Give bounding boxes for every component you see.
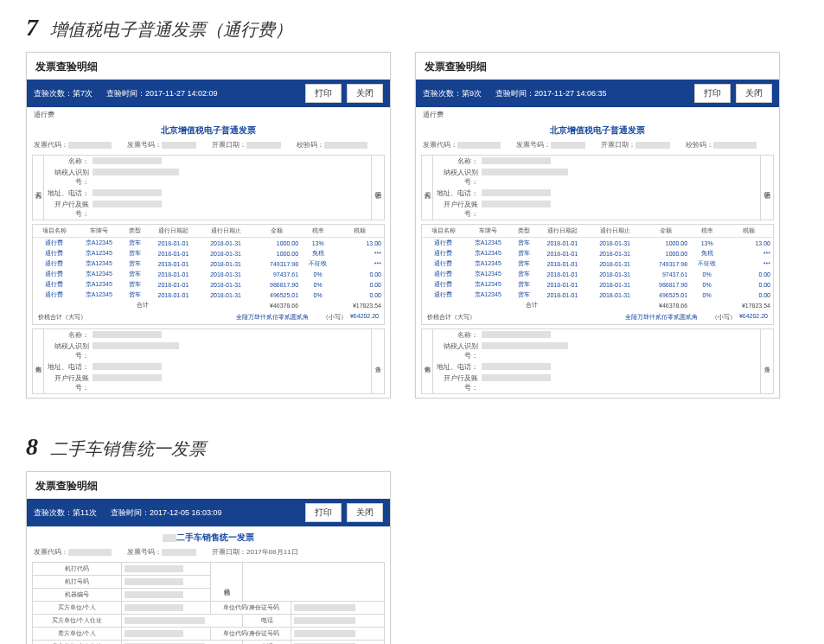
check-time: 查验时间：2017-11-27 14:06:35 bbox=[495, 88, 607, 99]
table-row: 通行费京A12345货车2018-01-012018-01-31986817.9… bbox=[422, 279, 773, 290]
check-time: 查验时间：2017-12-05 16:03:09 bbox=[111, 507, 222, 519]
section-8-header: 8 二手车销售统一发票 bbox=[26, 433, 798, 461]
price-total-row: 价税合计（大写） 全陆万肆仟贰佰零贰圆贰角 （小写） ¥64202.20 bbox=[33, 310, 384, 324]
items-table: 项目名称车牌号类型通行日期起通行日期止金额税率税额 通行费京A12345货车20… bbox=[422, 225, 773, 310]
print-button[interactable]: 打印 bbox=[305, 503, 342, 522]
invoice-meta: 发票代码： 发票号码： 开票日期： 校验码： bbox=[416, 138, 779, 155]
close-button[interactable]: 关闭 bbox=[347, 84, 383, 103]
table-row: 通行费京A12345货车2018-01-012018-01-311000.00免… bbox=[33, 248, 384, 258]
section-7-header: 7 增值税电子普通发票（通行费） bbox=[26, 14, 798, 41]
invoice-verify-panel-8: 发票查验明细 查验次数：第11次 查验时间：2017-12-05 16:03:0… bbox=[26, 471, 391, 644]
panel-title: 发票查验明细 bbox=[27, 472, 390, 499]
invoice-verify-panel-7a: 发票查验明细 查验次数：第7次 查验时间：2017-11-27 14:02:09… bbox=[26, 52, 391, 399]
items-box: 项目名称车牌号类型通行日期起通行日期止金额税率税额 通行费京A12345货车20… bbox=[32, 224, 385, 325]
section-title: 二手车销售统一发票 bbox=[50, 437, 206, 461]
print-button[interactable]: 打印 bbox=[305, 84, 342, 103]
buyer-box: 购买方 名称： 纳税人识别号： 地址、电话： 开户行及账号： 密码区 bbox=[32, 155, 385, 220]
section-number: 7 bbox=[26, 14, 38, 41]
invoice-title: 北京增值税电子普通发票 bbox=[27, 119, 390, 138]
invoice-title: 二手车销售统一发票 bbox=[27, 526, 390, 545]
invoice-meta: 发票代码： 发票号码： 开票日期：2017年08月11日 bbox=[27, 545, 390, 562]
section-8-panels: 发票查验明细 查验次数：第11次 查验时间：2017-12-05 16:03:0… bbox=[26, 471, 798, 644]
price-total-row: 价税合计（大写） 全陆万肆仟贰佰零贰圆贰角 （小写） ¥64202.20 bbox=[422, 310, 773, 324]
panel-toolbar: 查验次数：第7次 查验时间：2017-11-27 14:02:09 打印 关闭 bbox=[27, 80, 390, 107]
panel-title: 发票查验明细 bbox=[27, 53, 390, 80]
items-table: 项目名称车牌号类型通行日期起通行日期止金额税率税额 通行费京A12345货车20… bbox=[33, 225, 384, 310]
tongxing-label: 通行费 bbox=[416, 107, 779, 119]
section-title: 增值税电子普通发票（通行费） bbox=[50, 18, 292, 41]
check-time: 查验时间：2017-11-27 14:02:09 bbox=[106, 88, 218, 99]
table-row: 通行费京A12345货车2018-01-012018-01-3197437.61… bbox=[422, 269, 773, 279]
table-row: 通行费京A12345货车2018-01-012018-01-31749317.9… bbox=[33, 258, 384, 269]
close-button[interactable]: 关闭 bbox=[736, 84, 772, 103]
close-button[interactable]: 关闭 bbox=[347, 503, 383, 522]
table-row: 通行费京A12345货车2018-01-012018-01-31986817.9… bbox=[33, 279, 384, 290]
table-row: 通行费京A12345货车2018-01-012018-01-311000.001… bbox=[422, 238, 773, 249]
invoice-meta: 发票代码： 发票号码： 开票日期： 校验码： bbox=[27, 138, 390, 155]
check-count: 查验次数：第7次 bbox=[34, 88, 93, 99]
table-row: 通行费京A12345货车2018-01-012018-01-311000.001… bbox=[33, 238, 384, 249]
buyer-box: 购买方 名称： 纳税人识别号： 地址、电话： 开户行及账号： 密码区 bbox=[421, 155, 774, 220]
panel-title: 发票查验明细 bbox=[416, 53, 779, 80]
seller-box: 销售方 名称： 纳税人识别号： 地址、电话： 开户行及账号： 备注 bbox=[32, 328, 385, 394]
table-row: 通行费京A12345货车2018-01-012018-01-311000.00免… bbox=[422, 248, 773, 258]
items-box: 项目名称车牌号类型通行日期起通行日期止金额税率税额 通行费京A12345货车20… bbox=[421, 224, 774, 325]
check-count: 查验次数：第11次 bbox=[34, 507, 97, 519]
section-number: 8 bbox=[26, 433, 38, 461]
section-7-panels: 发票查验明细 查验次数：第7次 查验时间：2017-11-27 14:02:09… bbox=[26, 52, 798, 399]
table-row: 通行费京A12345货车2018-01-012018-01-31496525.0… bbox=[422, 290, 773, 300]
panel-toolbar: 查验次数：第9次 查验时间：2017-11-27 14:06:35 打印 关闭 bbox=[416, 80, 779, 107]
table-row: 通行费京A12345货车2018-01-012018-01-31749317.9… bbox=[422, 258, 773, 269]
table-row: 通行费京A12345货车2018-01-012018-01-3197437.61… bbox=[33, 269, 384, 279]
usedcar-form-table: 机打代码税控码 机打号码 机器编号 买方单位/个人单位代码/身份证号码 买方单位… bbox=[32, 562, 385, 644]
table-row: 通行费京A12345货车2018-01-012018-01-31496525.0… bbox=[33, 290, 384, 300]
invoice-verify-panel-7b: 发票查验明细 查验次数：第9次 查验时间：2017-11-27 14:06:35… bbox=[415, 52, 780, 399]
print-button[interactable]: 打印 bbox=[694, 84, 731, 103]
check-count: 查验次数：第9次 bbox=[423, 88, 482, 99]
tongxing-label: 通行费 bbox=[27, 107, 390, 119]
seller-box: 销售方 名称： 纳税人识别号： 地址、电话： 开户行及账号： 备注 bbox=[421, 328, 774, 394]
invoice-title: 北京增值税电子普通发票 bbox=[416, 119, 779, 138]
panel-toolbar: 查验次数：第11次 查验时间：2017-12-05 16:03:09 打印 关闭 bbox=[27, 499, 390, 526]
